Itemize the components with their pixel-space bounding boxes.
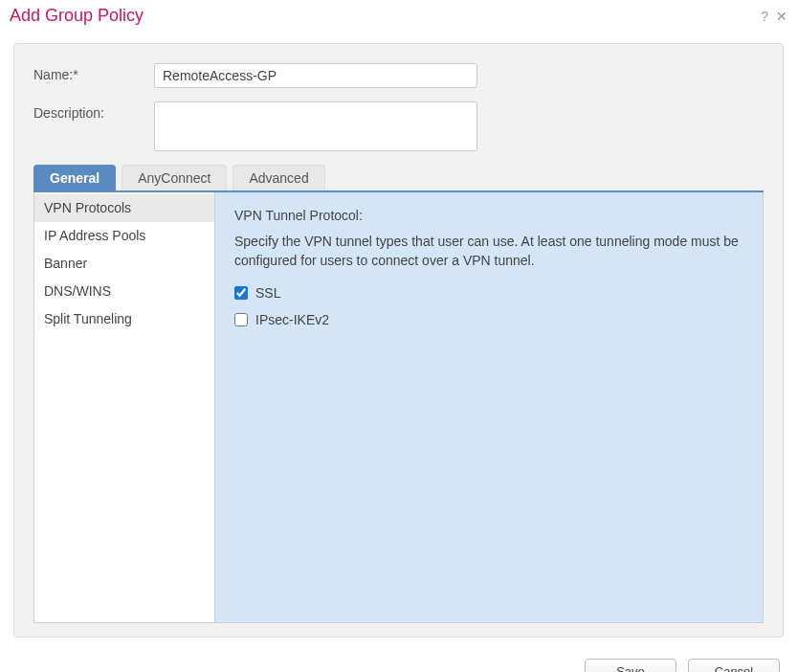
sidebar: VPN Protocols IP Address Pools Banner DN… [33,192,215,623]
sidebar-item-vpn-protocols[interactable]: VPN Protocols [34,194,214,222]
tab-anyconnect[interactable]: AnyConnect [122,165,227,190]
name-label: Name:* [33,63,154,82]
name-input[interactable] [154,63,477,88]
tab-anyconnect-label: AnyConnect [138,170,210,186]
sidebar-item-label: VPN Protocols [44,200,131,215]
option-ipsec-checkbox[interactable] [234,313,248,326]
description-textarea[interactable] [154,101,477,151]
description-row: Description: [33,101,764,151]
add-group-policy-dialog: Add Group Policy ? ✕ Name:* Description:… [0,0,797,672]
sidebar-item-label: IP Address Pools [44,228,145,243]
sidebar-item-split-tunneling[interactable]: Split Tunneling [34,305,214,333]
tabstrip: General AnyConnect Advanced [33,165,764,190]
option-ipsec-row: IPsec-IKEv2 [234,312,743,327]
content-pane: VPN Tunnel Protocol: Specify the VPN tun… [215,192,764,623]
tab-content: VPN Protocols IP Address Pools Banner DN… [33,190,764,623]
button-bar: Save Cancel [0,647,797,672]
close-icon[interactable]: ✕ [776,10,787,23]
sidebar-item-banner[interactable]: Banner [34,250,214,278]
tab-advanced[interactable]: Advanced [232,165,324,190]
option-ipsec-label: IPsec-IKEv2 [255,312,329,327]
name-row: Name:* [33,63,764,88]
tab-general-label: General [50,170,100,186]
option-ssl-row: SSL [234,285,743,301]
sidebar-item-dns-wins[interactable]: DNS/WINS [34,278,214,305]
tab-general[interactable]: General [33,165,116,190]
titlebar: Add Group Policy ? ✕ [0,0,797,30]
titlebar-icons: ? ✕ [761,10,787,23]
form-area: Name:* Description: General AnyConnect A… [0,30,797,647]
dialog-title: Add Group Policy [10,6,144,26]
option-ssl-checkbox[interactable] [234,286,248,300]
tab-advanced-label: Advanced [249,170,308,186]
sidebar-item-label: Split Tunneling [44,311,132,326]
description-label: Description: [33,101,154,121]
content-description: Specify the VPN tunnel types that user c… [234,233,743,270]
help-icon[interactable]: ? [761,10,768,23]
save-button[interactable]: Save [585,659,676,672]
option-ssl-label: SSL [255,285,280,301]
form-panel: Name:* Description: General AnyConnect A… [13,43,784,638]
sidebar-item-label: DNS/WINS [44,283,111,299]
cancel-button[interactable]: Cancel [688,659,780,672]
sidebar-item-label: Banner [44,256,87,271]
sidebar-item-ip-address-pools[interactable]: IP Address Pools [34,222,214,250]
content-heading: VPN Tunnel Protocol: [234,208,743,223]
